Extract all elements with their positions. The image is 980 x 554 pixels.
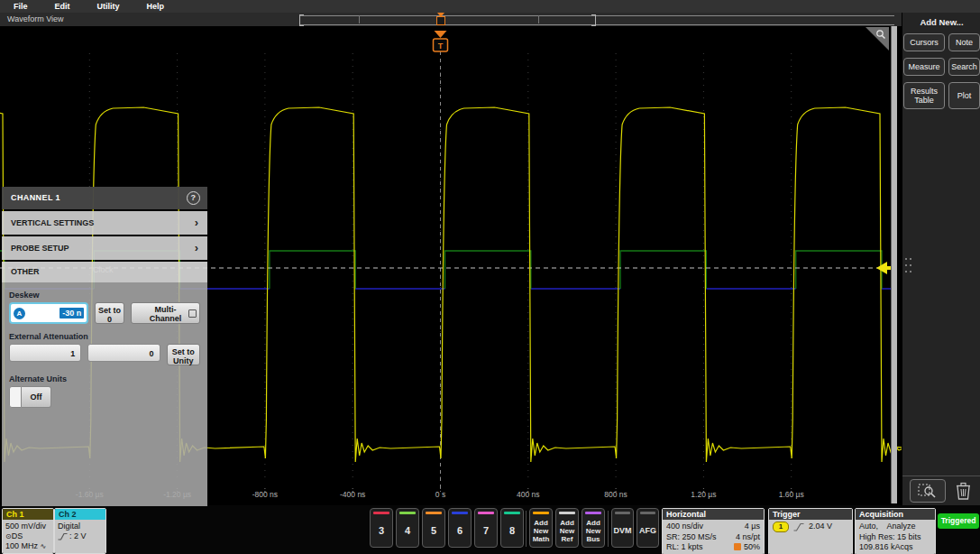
channel-1-bandwidth: 100 MHz [5, 541, 38, 550]
channel-2-name: Ch 2 [55, 509, 105, 520]
timeline-window-right-cap[interactable] [591, 14, 596, 26]
trigger-panel-title: Trigger [769, 509, 852, 520]
probe-icon: ⊙ [5, 532, 12, 540]
alternate-units-label: Alternate Units [9, 374, 200, 383]
section-other-body: Deskew A -30 n Set to 0 Multi-Channel Ex… [2, 282, 207, 506]
deskew-label: Deskew [9, 291, 200, 300]
channel-7-button[interactable]: 7 [474, 508, 498, 548]
zoom-box-magnifier-icon [918, 484, 938, 498]
add-cursors-button[interactable]: Cursors [903, 33, 945, 51]
channel-4-button[interactable]: 4 [396, 508, 419, 548]
help-icon[interactable]: ? [187, 191, 200, 205]
menu-utility[interactable]: Utility [84, 0, 133, 13]
trigger-source-badge: 1 [773, 522, 789, 532]
utility-buttons-group: DVM AFG [611, 508, 659, 548]
trigger-panel[interactable]: Trigger 1 2.04 V [768, 508, 853, 554]
timeline-tick [538, 15, 539, 23]
zoom-overview-button[interactable] [910, 479, 946, 503]
timeline-tick [359, 15, 360, 23]
sidebar-tools [902, 476, 980, 505]
section-label: OTHER [11, 267, 40, 276]
afg-button[interactable]: AFG [637, 508, 659, 548]
svg-text:800 ns: 800 ns [604, 490, 627, 499]
channel-panel-title: CHANNEL 1 [11, 193, 60, 202]
rising-edge-icon [793, 522, 804, 531]
channel-1-badge[interactable]: Ch 1 500 mV/div ⊙DS 100 MHz ∿ [2, 508, 54, 554]
toggle-knob [9, 386, 22, 408]
acquisition-panel[interactable]: Acquisition Auto, Analyze High Res: 15 b… [855, 508, 936, 554]
trash-icon[interactable] [956, 482, 971, 500]
horizontal-panel-title: Horizontal [663, 509, 764, 520]
svg-text:-800 ns: -800 ns [252, 490, 278, 499]
section-other[interactable]: OTHER [2, 262, 207, 282]
channel-buttons-group: 3 4 5 6 7 8 [370, 508, 524, 548]
set-to-unity-button[interactable]: Set to Unity [167, 344, 200, 365]
magnifier-icon [875, 29, 886, 40]
trigger-position-icon [734, 543, 741, 550]
add-new-buttons-group: Add New Math Add New Ref Add New Bus [529, 508, 605, 548]
threshold-slope-icon [58, 532, 68, 540]
waveform-view-titlebar: Waveform View [0, 13, 902, 27]
add-new-bus-button[interactable]: Add New Bus [582, 508, 605, 548]
add-results-table-button[interactable]: Results Table [903, 82, 945, 109]
channel-6-button[interactable]: 6 [448, 508, 472, 548]
trigger-level: 2.04 V [809, 522, 832, 532]
add-new-sidebar: Add New... Cursors Note Measure Search R… [902, 13, 980, 505]
separator [526, 511, 527, 547]
channel-5-button[interactable]: 5 [422, 508, 445, 548]
knob-a-icon: A [14, 308, 25, 319]
svg-text:1.20 µs: 1.20 µs [691, 490, 716, 499]
chevron-right-icon: › [195, 236, 198, 260]
channel-1-scale: 500 mV/div [5, 522, 50, 531]
menu-file[interactable]: File [0, 0, 41, 13]
attenuation-input-2[interactable]: 0 [87, 344, 160, 362]
svg-text:T: T [438, 42, 444, 51]
zoom-corner-control[interactable] [866, 27, 889, 51]
horizontal-panel[interactable]: Horizontal 400 ns/div4 µs SR: 250 MS/s4 … [662, 508, 765, 554]
deskew-input[interactable]: A -30 n [9, 302, 88, 324]
section-probe-setup[interactable]: PROBE SETUP › [2, 236, 207, 260]
set-to-zero-button[interactable]: Set to 0 [95, 302, 124, 324]
waveform-vertical-scrollbar[interactable] [891, 26, 897, 503]
external-attenuation-label: External Attenuation [9, 332, 200, 341]
add-note-button[interactable]: Note [948, 33, 980, 51]
toggle-state-label: Off [22, 386, 51, 408]
alternate-units-toggle[interactable]: Off [9, 386, 200, 408]
trigger-marker-box-icon [436, 16, 445, 25]
multi-channel-label: Multi-Channel [145, 305, 185, 323]
deskew-value: -30 n [60, 308, 84, 319]
attenuation-input-1[interactable]: 1 [9, 344, 81, 362]
section-vertical-settings[interactable]: VERTICAL SETTINGS › [2, 211, 207, 235]
channel-2-mode: Digital [58, 522, 103, 531]
menu-help[interactable]: Help [133, 0, 179, 13]
channel-8-button[interactable]: 8 [500, 508, 524, 548]
svg-text:0 s: 0 s [435, 490, 445, 499]
channel-2-badge[interactable]: Ch 2 Digital : 2 V [54, 508, 106, 554]
channel-3-button[interactable]: 3 [370, 508, 393, 548]
menu-edit[interactable]: Edit [41, 0, 84, 13]
panel-drag-handle[interactable] [904, 253, 911, 278]
bandwidth-icon: ∿ [41, 542, 47, 550]
section-label: PROBE SETUP [11, 244, 69, 253]
timeline-track[interactable] [299, 15, 894, 25]
menu-bar: File Edit Utility Help [0, 0, 980, 13]
bottom-status-bar: Ch 1 500 mV/div ⊙DS 100 MHz ∿ Ch 2 Digit… [0, 505, 980, 554]
svg-text:400 ns: 400 ns [517, 490, 540, 499]
timeline-window-left-cap[interactable] [299, 14, 304, 26]
chevron-right-icon: › [195, 211, 198, 235]
add-search-button[interactable]: Search [948, 58, 980, 76]
add-new-math-button[interactable]: Add New Math [529, 508, 553, 548]
timeline-trigger-marker[interactable] [435, 13, 446, 26]
add-plot-button[interactable]: Plot [948, 82, 980, 109]
oscilloscope-screen: File Edit Utility Help Waveform View Clo… [0, 0, 980, 554]
channel-panel-header[interactable]: CHANNEL 1 ? [2, 187, 207, 209]
add-new-ref-button[interactable]: Add New Ref [555, 508, 579, 548]
multi-channel-button[interactable]: Multi-Channel [131, 302, 200, 324]
channel-2-threshold: : 2 V [69, 531, 87, 541]
svg-text:1.60 µs: 1.60 µs [779, 490, 804, 499]
channel-1-coupling: DS [12, 531, 23, 540]
acquisition-panel-title: Acquisition [856, 509, 935, 520]
channel-1-config-panel: CHANNEL 1 ? VERTICAL SETTINGS › PROBE SE… [2, 187, 207, 501]
add-measure-button[interactable]: Measure [903, 58, 945, 76]
dvm-button[interactable]: DVM [611, 508, 634, 548]
